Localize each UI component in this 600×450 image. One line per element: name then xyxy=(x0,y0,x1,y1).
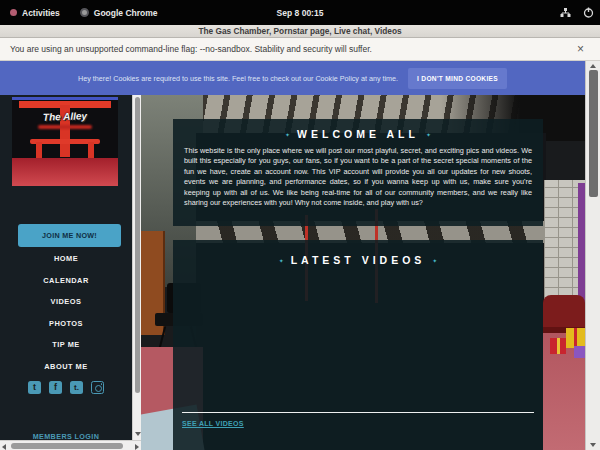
cookie-notice-bar: Hey there! Cookies are required to use t… xyxy=(0,61,585,95)
diamond-icon: ✦ xyxy=(432,257,437,264)
welcome-panel: ✦ WELCOME ALL ✦ This website is the only… xyxy=(173,119,543,226)
logo-title-text: The Alley xyxy=(12,109,118,124)
scrollbar-up-arrow-icon[interactable] xyxy=(590,64,596,68)
sidebar: The Alley JOIN ME NOW! HOME CALENDAR VID… xyxy=(0,95,132,440)
gnome-top-bar: Activities Google Chrome Sep 8 00:15 xyxy=(0,0,600,25)
page-vertical-scrollbar-thumb[interactable] xyxy=(589,70,598,197)
instagram-icon[interactable] xyxy=(91,381,104,394)
photo-gift-box xyxy=(566,328,585,348)
logo-floor-shape xyxy=(12,158,118,186)
site-logo-image[interactable]: The Alley xyxy=(12,97,118,186)
tumblr-icon[interactable]: t. xyxy=(70,381,83,394)
welcome-paragraph: This website is the only place where we … xyxy=(184,146,532,208)
twitter-icon[interactable]: t xyxy=(28,381,41,394)
scrollbar-down-arrow-icon[interactable] xyxy=(135,432,141,436)
accept-cookies-button[interactable]: I DON'T MIND COOKIES xyxy=(408,68,507,89)
see-all-videos-link[interactable]: SEE ALL VIDEOS xyxy=(182,420,244,427)
diamond-icon: ✦ xyxy=(285,131,290,138)
logo-subtext-blur xyxy=(38,125,92,129)
latest-videos-title: LATEST VIDEOS xyxy=(291,254,426,266)
sidebar-horizontal-scrollbar-thumb[interactable] xyxy=(11,443,123,449)
screen: Activities Google Chrome Sep 8 00:15 The… xyxy=(0,0,600,450)
close-warning-button[interactable]: × xyxy=(571,43,590,55)
sidebar-menu: HOME CALENDAR VIDEOS PHOTOS TIP ME ABOUT… xyxy=(0,254,132,371)
join-me-now-button[interactable]: JOIN ME NOW! xyxy=(18,224,121,247)
activities-dot-icon xyxy=(10,9,17,16)
logo-blue-strip xyxy=(12,97,118,100)
window-title: The Gas Chamber, Pornstar page, Live cha… xyxy=(198,26,401,36)
diamond-icon: ✦ xyxy=(426,131,431,138)
warning-message: You are using an unsupported command-lin… xyxy=(10,44,571,54)
photo-gift-box xyxy=(574,346,585,358)
window-titlebar[interactable]: The Gas Chamber, Pornstar page, Live cha… xyxy=(0,25,600,38)
sidebar-item-calendar[interactable]: CALENDAR xyxy=(0,276,132,285)
sidebar-item-about-me[interactable]: ABOUT ME xyxy=(0,362,132,371)
members-login-link[interactable]: MEMBERS LOGIN xyxy=(33,432,100,440)
videos-divider xyxy=(182,412,534,413)
scrollbar-right-arrow-icon[interactable] xyxy=(135,444,139,450)
sidebar-item-home[interactable]: HOME xyxy=(0,254,132,263)
scrollbar-left-arrow-icon[interactable] xyxy=(2,444,6,450)
sidebar-vertical-scrollbar[interactable] xyxy=(132,95,141,440)
social-links: t f t. xyxy=(0,381,132,394)
latest-videos-panel: ✦ LATEST VIDEOS ✦ SEE ALL VIDEOS xyxy=(173,240,543,450)
activities-label: Activities xyxy=(22,8,60,18)
welcome-title: WELCOME ALL xyxy=(297,128,419,140)
network-icon[interactable] xyxy=(560,7,571,18)
main-content: ✦ WELCOME ALL ✦ This website is the only… xyxy=(141,95,585,450)
diamond-icon: ✦ xyxy=(279,257,284,264)
sidebar-vertical-scrollbar-thumb[interactable] xyxy=(135,97,141,393)
sidebar-item-photos[interactable]: PHOTOS xyxy=(0,319,132,328)
app-menu-button[interactable]: Google Chrome xyxy=(70,0,168,25)
sandbox-warning-bar: You are using an unsupported command-lin… xyxy=(0,38,600,61)
app-menu-label: Google Chrome xyxy=(94,8,158,18)
sidebar-item-tip-me[interactable]: TIP ME xyxy=(0,340,132,349)
sidebar-item-videos[interactable]: VIDEOS xyxy=(0,297,132,306)
sidebar-horizontal-scrollbar[interactable] xyxy=(0,440,141,450)
photo-gift-box xyxy=(550,338,566,354)
activities-button[interactable]: Activities xyxy=(0,0,70,25)
scrollbar-down-arrow-icon[interactable] xyxy=(590,443,596,447)
page-vertical-scrollbar[interactable] xyxy=(585,61,600,450)
cookie-message: Hey there! Cookies are required to use t… xyxy=(78,74,398,83)
power-icon[interactable] xyxy=(583,7,594,18)
chrome-icon xyxy=(80,8,89,17)
facebook-icon[interactable]: f xyxy=(49,381,62,394)
